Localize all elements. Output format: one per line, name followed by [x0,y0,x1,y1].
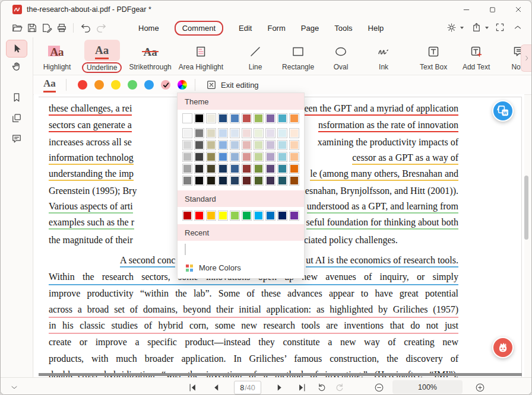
rotate-right-button[interactable] [333,381,346,394]
tool-underline[interactable]: AaUnderline [82,40,122,73]
theme-tint-swatch[interactable] [206,164,216,174]
zoom-out-button[interactable] [372,381,385,394]
assistant-mascot-button[interactable] [492,337,514,358]
theme-tint-swatch[interactable] [277,140,287,150]
theme-tint-swatch[interactable] [265,176,276,186]
theme-tint-swatch[interactable] [242,140,252,150]
theme-tint-swatch[interactable] [230,140,240,150]
maximize-button[interactable] [479,1,505,18]
color-dot-green[interactable] [128,80,137,90]
theme-tint-swatch[interactable] [230,176,240,186]
next-page-button[interactable] [273,381,286,394]
text-style-icon[interactable]: Aa [43,78,56,89]
theme-tint-swatch[interactable] [194,164,204,174]
save-as-icon[interactable] [41,22,53,34]
vertical-scrollbar[interactable] [523,94,530,377]
theme-tint-swatch[interactable] [230,152,240,162]
theme-tint-swatch[interactable] [206,128,216,138]
theme-tint-swatch[interactable] [277,164,287,174]
standard-swatch[interactable] [277,211,287,221]
theme-tint-swatch[interactable] [218,164,228,174]
theme-tint-swatch[interactable] [182,140,192,150]
share-icon[interactable] [471,22,483,34]
scrollbar-thumb[interactable] [524,176,528,240]
theme-tint-swatch[interactable] [254,176,264,186]
theme-tint-swatch[interactable] [230,128,240,138]
menu-tab-edit[interactable]: Edit [239,24,252,33]
theme-tint-swatch[interactable] [289,128,299,138]
theme-tint-swatch[interactable] [265,152,276,162]
recent-swatch[interactable] [185,244,186,255]
theme-tint-swatch[interactable] [218,176,228,186]
standard-swatch[interactable] [242,211,252,221]
tool-ink[interactable]: Ink [366,41,401,71]
tool-highlight[interactable]: AaHighlight [39,41,75,71]
standard-swatch[interactable] [218,211,228,221]
theme-tint-swatch[interactable] [265,140,276,150]
collapse-ribbon-icon[interactable] [512,22,524,34]
theme-swatch[interactable] [182,113,192,123]
more-colors-item[interactable]: More Colors [178,260,304,278]
theme-tint-swatch[interactable] [182,152,192,162]
theme-tint-swatch[interactable] [265,164,276,174]
menu-tab-page[interactable]: Page [301,24,319,33]
theme-tint-swatch[interactable] [230,164,240,174]
tool-oval[interactable]: Oval [323,41,359,71]
print-icon[interactable] [56,22,68,34]
color-dot-rainbow[interactable] [178,80,187,90]
theme-tint-swatch[interactable] [206,140,216,150]
theme-swatch[interactable] [194,113,204,123]
tool-add-text[interactable]: Add Text [458,41,494,71]
close-button[interactable] [505,1,531,18]
theme-tint-swatch[interactable] [194,176,204,186]
standard-swatch[interactable] [206,211,216,221]
rotate-left-button[interactable] [315,381,328,394]
theme-tint-swatch[interactable] [194,152,204,162]
standard-swatch[interactable] [289,211,299,221]
thumbnails-panel-button[interactable] [6,109,27,127]
theme-tint-swatch[interactable] [277,152,287,162]
color-dot-pink[interactable] [161,80,170,90]
bookmarks-panel-button[interactable] [6,88,27,106]
exit-editing-icon[interactable] [205,79,217,91]
theme-tint-swatch[interactable] [254,128,264,138]
standard-swatch[interactable] [182,211,192,221]
fullscreen-icon[interactable] [495,22,506,34]
save-icon[interactable] [26,22,38,34]
theme-tint-swatch[interactable] [242,152,252,162]
theme-tint-swatch[interactable] [218,152,228,162]
menu-tab-tools[interactable]: Tools [334,24,352,33]
color-dot-yellow[interactable] [111,80,121,90]
menu-tab-comment[interactable]: Comment [175,21,223,36]
theme-tint-swatch[interactable] [206,176,216,186]
standard-swatch[interactable] [194,211,204,221]
theme-swatch[interactable] [206,113,216,123]
theme-tint-swatch[interactable] [242,164,252,174]
theme-tint-swatch[interactable] [265,128,276,138]
last-page-button[interactable] [295,381,308,394]
theme-swatch[interactable] [218,113,228,123]
tool-text-box[interactable]: Text Box [416,41,451,71]
theme-tint-swatch[interactable] [277,128,287,138]
open-file-icon[interactable] [11,22,23,34]
menu-tab-form[interactable]: Form [267,24,285,33]
theme-tint-swatch[interactable] [182,128,192,138]
convert-to-word-button[interactable]: W [492,100,514,122]
theme-tint-swatch[interactable] [242,176,252,186]
color-dot-orange[interactable] [94,80,104,90]
standard-swatch[interactable] [254,211,264,221]
tool-strikethrough[interactable]: AaStrikethrough [129,41,171,71]
theme-swatch[interactable] [254,113,264,123]
first-page-button[interactable] [186,381,199,394]
theme-tint-swatch[interactable] [254,152,264,162]
zoom-level-display[interactable]: 100% [392,380,463,394]
theme-tint-swatch[interactable] [289,176,299,186]
theme-swatch[interactable] [242,113,252,123]
zoom-in-button[interactable] [473,381,486,394]
minimize-button[interactable] [453,1,479,18]
theme-tint-swatch[interactable] [218,140,228,150]
standard-swatch[interactable] [265,211,276,221]
page-number-input[interactable]: 8/40 [234,381,261,394]
theme-tint-swatch[interactable] [182,164,192,174]
theme-swatch[interactable] [277,113,287,123]
